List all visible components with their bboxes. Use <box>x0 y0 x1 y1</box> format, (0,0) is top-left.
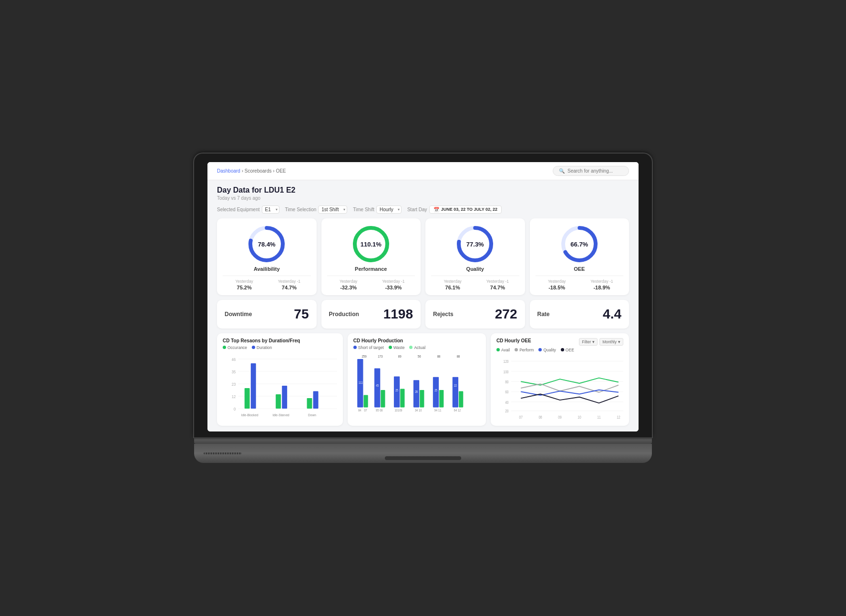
stat-value-2: 272 <box>495 307 517 322</box>
svg-text:46: 46 <box>232 357 236 362</box>
legend-duration-dot <box>252 346 255 349</box>
legend-perform-dot <box>515 348 518 351</box>
svg-rect-30 <box>363 395 368 407</box>
gauge-3: 66.7% <box>560 225 598 263</box>
svg-text:60: 60 <box>505 390 508 394</box>
date-range-display[interactable]: 📅 JUNE 03, 22 TO JULY 02, 22 <box>429 205 502 214</box>
kpi-yesterday-m1-val-1: -33.9% <box>372 285 415 290</box>
kpi-yesterday-val-0: 75.2% <box>223 285 266 290</box>
chart-hourly-oee: CD Hourly OEE Filter ▾ Monthly ▾ <box>491 333 629 426</box>
svg-text:22: 22 <box>454 384 457 387</box>
svg-text:35: 35 <box>232 369 236 374</box>
svg-rect-18 <box>245 388 250 409</box>
svg-text:95: 95 <box>376 408 379 412</box>
legend-short-dot <box>353 346 357 349</box>
gauge-2: 77.3% <box>456 225 494 263</box>
dashboard: Dashboard › Scoreboards › OEE 🔍 <box>207 162 639 431</box>
svg-rect-22 <box>282 385 287 408</box>
svg-rect-40 <box>394 376 400 407</box>
kpi-yesterday-m1-title-1: Yesterday -1 <box>372 279 415 284</box>
kpi-yesterday-col-2: Yesterday 76.1% <box>431 279 474 290</box>
svg-text:09: 09 <box>399 408 402 412</box>
svg-rect-60 <box>459 391 463 407</box>
kpi-compare-1: Yesterday -32.3% Yesterday -1 -33.9% <box>327 276 415 290</box>
kpi-compare-0: Yesterday 75.2% Yesterday -1 74.7% <box>223 276 311 290</box>
svg-text:94: 94 <box>434 408 438 412</box>
svg-text:10: 10 <box>419 408 422 412</box>
stats-row: Downtime 75 Production 1198 Rejects 272 … <box>217 300 629 329</box>
kpi-label-2: Quality <box>466 266 484 272</box>
chart-period-btn[interactable]: Monthly ▾ <box>599 338 623 346</box>
stat-value-1: 1198 <box>383 307 413 322</box>
chart-oee-area: 120 100 80 60 40 20 07 08 09 <box>496 355 623 421</box>
filter-time-label: Time Selection <box>285 207 317 212</box>
svg-rect-58 <box>453 377 458 407</box>
kpi-yesterday-title-1: Yesterday <box>327 279 370 284</box>
svg-text:Idle-Starved: Idle-Starved <box>272 412 289 417</box>
svg-text:25: 25 <box>434 389 437 392</box>
calendar-icon: 📅 <box>433 207 439 212</box>
kpi-yesterday-m1-val-3: -18.9% <box>580 285 623 290</box>
stat-card-downtime: Downtime 75 <box>217 300 317 329</box>
breadcrumb-scoreboards[interactable]: Scoreboards <box>245 168 272 174</box>
filter-time-select[interactable]: 1st Shift <box>318 205 347 214</box>
kpi-card-quality: 77.3% Quality Yesterday 76.1% Yesterday … <box>425 218 525 295</box>
svg-text:111: 111 <box>359 381 363 384</box>
chart-top-reasons-area: 0 12 23 35 46 Idle-Blocked <box>223 353 337 421</box>
legend-duration-label: Duration <box>257 345 272 350</box>
kpi-yesterday-val-2: 76.1% <box>431 285 474 290</box>
laptop-hinge <box>194 437 652 444</box>
legend-actual: Actual <box>409 345 425 350</box>
chart-hourly-prod-area: 259 111 07 84 173 45 <box>353 353 480 421</box>
kpi-label-3: OEE <box>574 266 585 272</box>
svg-text:07: 07 <box>519 415 522 420</box>
svg-text:08: 08 <box>380 408 383 412</box>
chart-oee-legend: Avail Perform Quality <box>496 348 623 352</box>
filter-time-wrap[interactable]: 1st Shift <box>318 205 347 214</box>
svg-text:09: 09 <box>558 415 561 420</box>
stat-value-3: 4.4 <box>603 307 621 322</box>
stat-value-0: 75 <box>294 307 309 322</box>
svg-text:Idle-Blocked: Idle-Blocked <box>241 412 258 417</box>
legend-perform-label: Perform <box>519 348 534 352</box>
svg-text:259: 259 <box>361 354 366 358</box>
kpi-yesterday-col-0: Yesterday 75.2% <box>223 279 266 290</box>
search-box[interactable]: 🔍 <box>553 166 629 176</box>
svg-text:88: 88 <box>456 354 460 358</box>
filter-shift-label: Time Shift <box>353 207 374 212</box>
filter-time-selection: Time Selection 1st Shift <box>285 205 348 214</box>
kpi-row: 78.4% Availibility Yesterday 75.2% Yeste… <box>217 218 629 295</box>
filter-bar: Selected Equipment E1 Time Selection <box>217 205 629 214</box>
content-area: Day Data for LDU1 E2 Today vs 7 days ago… <box>207 180 639 431</box>
gauge-value-2: 77.3% <box>466 240 484 247</box>
svg-text:12: 12 <box>617 415 620 420</box>
legend-oee-dot <box>561 348 564 351</box>
svg-text:08: 08 <box>538 415 542 420</box>
legend-short-label: Short of target <box>358 345 384 350</box>
legend-avail-dot <box>496 348 500 351</box>
chart-hourly-prod-title: CD Hourly Production <box>353 338 480 343</box>
breadcrumb-dashboard[interactable]: Dashboard <box>217 168 240 174</box>
chart-filter-btn[interactable]: Filter ▾ <box>579 338 598 346</box>
search-input[interactable] <box>567 168 623 174</box>
legend-avail: Avail <box>496 348 510 352</box>
legend-occurance: Occurance <box>223 345 247 350</box>
svg-text:56: 56 <box>418 354 421 358</box>
screen-bezel: Dashboard › Scoreboards › OEE 🔍 <box>194 154 652 437</box>
kpi-yesterday-m1-val-0: 74.7% <box>268 285 310 290</box>
kpi-yesterday-m1-col-0: Yesterday -1 74.7% <box>268 279 310 290</box>
stat-card-rate: Rate 4.4 <box>530 300 629 329</box>
filter-start-day: Start Day 📅 JUNE 03, 22 TO JULY 02, 22 <box>407 205 502 214</box>
kpi-yesterday-m1-title-2: Yesterday -1 <box>476 279 519 284</box>
page-heading: Day Data for LDU1 E2 Today vs 7 days ago <box>217 186 629 201</box>
filter-shift-select[interactable]: Hourly <box>376 205 402 214</box>
filter-equipment-select[interactable]: E1 <box>262 205 279 214</box>
legend-oee: OEE <box>561 348 574 352</box>
filter-equipment-wrap[interactable]: E1 <box>262 205 279 214</box>
legend-waste-dot <box>389 346 392 349</box>
legend-occurance-label: Occurance <box>227 345 247 350</box>
svg-text:80: 80 <box>505 380 508 384</box>
laptop-shell: Dashboard › Scoreboards › OEE 🔍 <box>194 154 652 463</box>
svg-rect-21 <box>276 394 281 409</box>
filter-shift-wrap[interactable]: Hourly <box>376 205 402 214</box>
